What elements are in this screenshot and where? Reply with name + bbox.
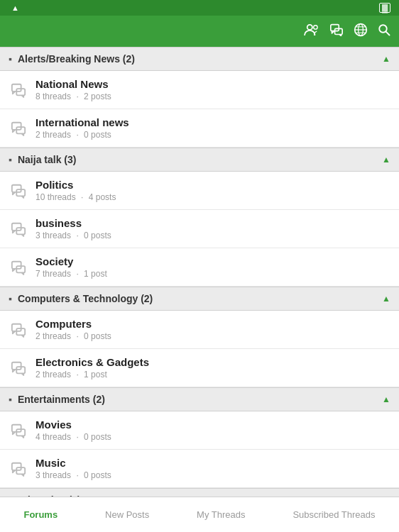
- globe-icon[interactable]: [354, 23, 368, 40]
- collapse-arrow-naija[interactable]: ▲: [382, 155, 390, 165]
- forum-name: Movies: [35, 419, 390, 431]
- tab-forums[interactable]: Forums: [18, 497, 63, 532]
- collapse-arrow-alerts[interactable]: ▲: [382, 54, 390, 64]
- forum-icon: [9, 421, 28, 440]
- forum-item-content: Politics 10 threads · 4 posts: [35, 179, 390, 202]
- category-header-computers[interactable]: ▪ Computers & Technology (2) ▲: [0, 287, 399, 311]
- forum-list: ▪ Alerts/Breaking News (2) ▲ National Ne…: [0, 47, 399, 532]
- forum-item-content: business 3 threads · 0 posts: [35, 217, 390, 240]
- forum-meta: 3 threads · 0 posts: [35, 231, 390, 240]
- forum-item-alerts-1[interactable]: International news 2 threads · 0 posts: [0, 109, 399, 148]
- forum-icon: [9, 320, 28, 340]
- category-header-naija[interactable]: ▪ Naija talk (3) ▲: [0, 148, 399, 172]
- tab-bar: ForumsNew PostsMy ThreadsSubscribed Thre…: [0, 497, 399, 532]
- battery-icon: ▓: [379, 3, 390, 13]
- forum-item-content: National News 8 threads · 2 posts: [35, 78, 390, 101]
- category-hash-icon: ▪: [9, 394, 12, 405]
- category-title-naija: Naija talk (3): [18, 154, 375, 165]
- forum-meta: 3 threads · 0 posts: [35, 470, 390, 480]
- forum-meta: 10 threads · 4 posts: [35, 192, 390, 202]
- forum-item-content: International news 2 threads · 0 posts: [35, 116, 390, 140]
- category-header-alerts[interactable]: ▪ Alerts/Breaking News (2) ▲: [0, 47, 399, 71]
- forum-name: National News: [35, 78, 390, 90]
- forum-icon: [9, 80, 28, 100]
- svg-line-10: [386, 31, 390, 35]
- chat-icon[interactable]: [329, 23, 344, 40]
- forum-item-naija-2[interactable]: Society 7 threads · 1 post: [0, 248, 399, 287]
- people-icon[interactable]: [304, 23, 319, 40]
- search-button[interactable]: [378, 23, 390, 40]
- forum-icon: [9, 181, 28, 201]
- forum-item-content: Music 3 threads · 0 posts: [35, 457, 390, 480]
- status-left: ▲: [9, 4, 19, 12]
- tab-new-posts[interactable]: New Posts: [99, 497, 155, 532]
- category-hash-icon: ▪: [9, 293, 12, 304]
- tab-subscribed[interactable]: Subscribed Threads: [287, 497, 381, 532]
- forum-item-content: Society 7 threads · 1 post: [35, 255, 390, 279]
- forum-icon: [9, 257, 28, 277]
- forum-meta: 4 threads · 0 posts: [35, 432, 390, 442]
- forum-name: business: [35, 217, 390, 229]
- forum-icon: [9, 219, 28, 239]
- forum-name: Electronics & Gadgets: [35, 356, 390, 368]
- forum-name: Computers: [35, 318, 390, 330]
- forum-item-computers-1[interactable]: Electronics & Gadgets 2 threads · 1 post: [0, 349, 399, 387]
- wifi-icon: ▲: [11, 4, 19, 12]
- forum-name: Society: [35, 255, 390, 267]
- forum-icon: [9, 118, 28, 138]
- forum-meta: 2 threads · 0 posts: [35, 331, 390, 341]
- category-title-computers: Computers & Technology (2): [18, 293, 375, 304]
- forum-item-entertainments-0[interactable]: Movies 4 threads · 0 posts: [0, 411, 399, 450]
- forum-item-entertainments-1[interactable]: Music 3 threads · 0 posts: [0, 450, 399, 488]
- nav-bar: [0, 16, 399, 47]
- forum-meta: 2 threads · 1 post: [35, 370, 390, 379]
- forum-item-content: Movies 4 threads · 0 posts: [35, 419, 390, 442]
- forum-name: International news: [35, 116, 390, 128]
- forum-icon: [9, 358, 28, 378]
- forum-item-content: Electronics & Gadgets 2 threads · 1 post: [35, 356, 390, 379]
- tab-my-threads[interactable]: My Threads: [191, 497, 251, 532]
- svg-point-0: [307, 24, 312, 29]
- collapse-arrow-entertainments[interactable]: ▲: [382, 394, 390, 404]
- svg-point-1: [314, 25, 317, 28]
- nav-right: [304, 23, 390, 40]
- collapse-arrow-computers[interactable]: ▲: [382, 294, 390, 304]
- forum-meta: 2 threads · 0 posts: [35, 130, 390, 140]
- category-hash-icon: ▪: [9, 154, 12, 165]
- forum-item-computers-0[interactable]: Computers 2 threads · 0 posts: [0, 311, 399, 349]
- forum-name: Politics: [35, 179, 390, 191]
- forum-meta: 7 threads · 1 post: [35, 269, 390, 279]
- forum-icon: [9, 459, 28, 479]
- forum-name: Music: [35, 457, 390, 469]
- forum-item-content: Computers 2 threads · 0 posts: [35, 318, 390, 341]
- status-bar: ▲ ▓: [0, 0, 399, 16]
- category-hash-icon: ▪: [9, 53, 12, 65]
- category-title-entertainments: Entertainments (2): [18, 394, 375, 405]
- category-header-entertainments[interactable]: ▪ Entertainments (2) ▲: [0, 387, 399, 411]
- forum-item-naija-0[interactable]: Politics 10 threads · 4 posts: [0, 172, 399, 210]
- forum-meta: 8 threads · 2 posts: [35, 92, 390, 101]
- forum-item-alerts-0[interactable]: National News 8 threads · 2 posts: [0, 71, 399, 109]
- forum-item-naija-1[interactable]: business 3 threads · 0 posts: [0, 210, 399, 248]
- category-title-alerts: Alerts/Breaking News (2): [18, 53, 375, 65]
- status-right: ▓: [376, 3, 390, 13]
